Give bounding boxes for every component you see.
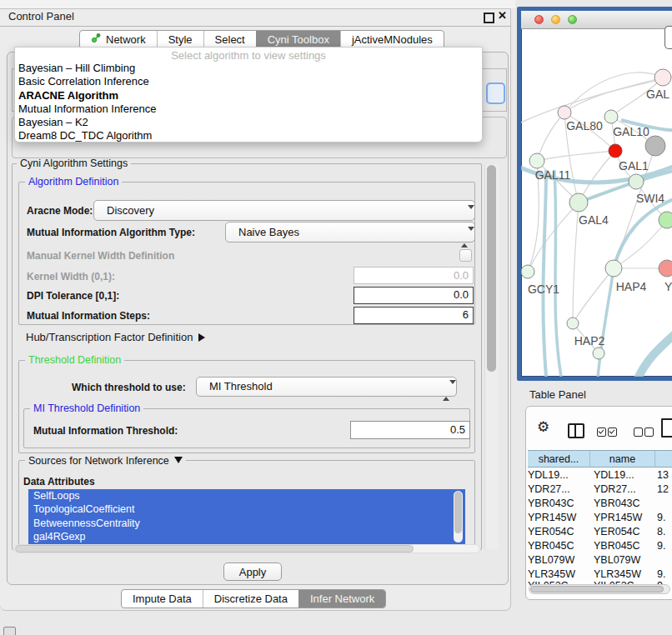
node-label: GAL1 [619,159,649,172]
table-row[interactable]: YDR27... YDR27... 12 [528,482,672,497]
scrollbar-thumb[interactable] [487,165,496,372]
deselect-all-checkbox-icon[interactable] [634,428,643,437]
table-row[interactable]: YBL079W YBL079W [528,553,672,568]
column-header[interactable]: shared... [528,450,590,468]
hub-transcription-label: Hub/Transcription Factor Definition [26,331,193,343]
list-item[interactable]: TopologicalCoefficient [28,502,465,516]
algorithm-option-selected[interactable]: ARACNE Algorithm [15,89,482,102]
cell-shared-name: YPR145W [528,511,589,525]
aracne-mode-value: Discovery [107,204,154,217]
sources-title-label: Sources for Network Inference [28,455,169,467]
tab-style[interactable]: Style [157,31,203,48]
cyni-algorithm-settings-title: Cyni Algorithm Settings [17,158,131,169]
control-panel-title: Control Panel [8,10,74,22]
hub-transcription-expander[interactable]: Hub/Transcription Factor Definition [26,331,205,343]
float-window-icon[interactable] [484,12,494,23]
column-header[interactable]: name [590,450,655,468]
tab-infer-network[interactable]: Infer Network [298,590,385,608]
node-gal80[interactable] [558,106,571,119]
tab-select[interactable]: Select [203,31,256,48]
node-swi4[interactable] [629,174,644,189]
node-gal4[interactable] [569,193,588,212]
cell-name: YPR145W [594,511,659,525]
algorithm-option[interactable]: Bayesian – K2 [15,116,482,129]
cell-shared-name: YDL19... [528,468,589,482]
node-label: GAL4 [579,213,609,227]
network-canvas[interactable]: GAL GAL80 GAL10 GAL1 GAL11 SWI4 GAL4 GCY… [521,28,672,377]
table-horizontal-scrollbar[interactable] [529,584,670,594]
attributes-list-scrollbar[interactable] [454,491,463,542]
table-settings-gear-icon[interactable]: ⚙ [537,420,549,434]
table-row[interactable]: YER054C YER054C 8. [528,525,672,539]
table-row[interactable]: YBR045C YBR045C 9. [528,539,672,553]
mutual-information-threshold-field[interactable]: 0.5 [350,421,470,439]
node-salmon[interactable] [659,260,672,277]
manual-kernel-width-checkbox[interactable] [459,249,472,262]
algorithm-definition-title: Algorithm Definition [25,176,122,188]
mi-algorithm-type-value: Naive Bayes [238,226,299,238]
node-hap2[interactable] [567,318,579,329]
table-row[interactable]: YBR043C YBR043C [528,497,672,511]
cell-name: YDR27... [594,482,659,497]
scrollbar-thumb[interactable] [15,545,414,552]
cell-name: YBL079W [594,553,659,568]
table-header-row: shared... name A [528,450,672,468]
node-gal1-selected[interactable] [609,144,622,158]
table-row[interactable]: YPR145W YPR145W 9. [528,511,672,525]
dpi-tolerance-field[interactable]: 0.0 [354,287,474,304]
tab-jactivemnodules[interactable]: jActiveMNodules [340,31,444,48]
node-hap4[interactable] [605,260,622,277]
table-row[interactable]: YDL19... YDL19... 13 [528,468,672,482]
node-gal10[interactable] [604,110,618,123]
cell-name: YBR045C [594,539,659,553]
deselect-all-checkbox-icon[interactable] [644,428,654,437]
select-all-checkbox-icon[interactable] [597,428,606,437]
cell-shared-name: YBR045C [528,539,589,553]
node[interactable] [654,69,671,86]
aracne-mode-combo[interactable]: Discovery [93,200,475,221]
show-columns-icon[interactable] [568,423,584,438]
column-header[interactable]: A [655,450,672,468]
mi-steps-field[interactable]: 6 [354,307,474,324]
tab-cyni-toolbox-label: Cyni Toolbox [268,31,329,48]
node-gcy1[interactable] [521,265,534,278]
tab-impute-data[interactable]: Impute Data [122,590,203,608]
settings-horizontal-scrollbar[interactable] [13,544,480,553]
tab-impute-data-label: Impute Data [133,590,192,608]
close-icon[interactable]: ✕ [498,9,507,22]
export-table-icon[interactable] [661,418,672,438]
which-threshold-combo[interactable]: MI Threshold [196,377,457,397]
collapsed-panel-icon[interactable] [3,627,16,635]
settings-vertical-scrollbar[interactable] [484,164,499,549]
node-label: HAP4 [616,280,647,293]
zoom-traffic-light[interactable] [568,15,577,24]
apply-button[interactable]: Apply [223,562,282,581]
kernel-width-field[interactable]: 0.0 [354,267,474,284]
network-window-titlebar[interactable] [521,11,672,29]
scrollbar-thumb[interactable] [454,492,462,533]
network-view-window[interactable]: GAL GAL80 GAL10 GAL1 GAL11 SWI4 GAL4 GCY… [517,7,672,381]
tab-network[interactable]: Network [80,31,157,48]
scrollbar-thumb[interactable] [530,586,664,592]
cell-value: 8. [657,525,672,539]
list-item[interactable]: SelfLoops [28,489,465,502]
tab-cyni-toolbox[interactable]: Cyni Toolbox [256,31,340,48]
algorithm-option[interactable]: Dream8 DC_TDC Algorithm [15,129,482,142]
list-item[interactable]: gal4RGexp [28,530,465,543]
mi-algorithm-type-combo[interactable]: Naive Bayes [225,222,475,242]
check-mark [609,428,615,433]
node-gray[interactable] [645,136,665,156]
algorithm-option[interactable]: Basic Correlation Inference [15,75,482,88]
algorithm-option[interactable]: Mutual Information Inference [15,102,482,116]
node-gal11[interactable] [529,153,544,168]
tab-discretize-data[interactable]: Discretize Data [203,590,298,608]
node[interactable] [659,212,672,228]
node[interactable] [593,348,604,359]
sources-title[interactable]: Sources for Network Inference [25,455,186,467]
close-traffic-light[interactable] [534,15,544,24]
select-all-checkbox-icon[interactable] [608,428,617,437]
list-item[interactable]: BetweennessCentrality [28,517,465,530]
minimize-traffic-light[interactable] [551,15,560,24]
focused-combo-fragment[interactable] [486,82,505,104]
algorithm-option[interactable]: Bayesian – Hill Climbing [15,62,482,75]
